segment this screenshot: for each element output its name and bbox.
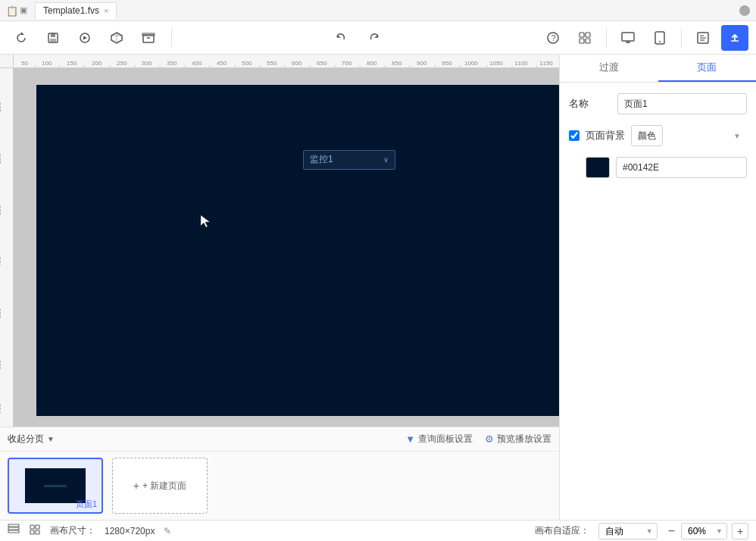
canvas-scroll-area[interactable]: 监控1 ∨ — [14, 68, 559, 427]
page-thumb-1[interactable]: 页面1 — [8, 458, 103, 514]
svg-text:100: 100 — [0, 102, 2, 112]
svg-text:150: 150 — [67, 60, 77, 67]
zoom-level-select[interactable]: 25% 50% 60% 75% 100% 125% 150% 200% — [681, 523, 727, 539]
canvas-size-edit-icon[interactable]: ✎ — [164, 526, 171, 536]
refresh-button[interactable] — [8, 25, 35, 51]
svg-text:800: 800 — [367, 60, 377, 67]
svg-text:?: ? — [551, 33, 556, 42]
canvas-dropdown-arrow: ∨ — [383, 155, 389, 164]
select-arrow-icon: ▼ — [733, 132, 741, 140]
canvas-container: 50 100 150 200 250 300 350 400 450 500 5… — [0, 55, 559, 520]
color-row — [569, 157, 747, 178]
svg-text:400: 400 — [0, 256, 2, 267]
svg-rect-18 — [586, 39, 590, 43]
svg-text:700: 700 — [0, 403, 2, 414]
publish-button[interactable] — [721, 25, 748, 51]
canvas-fit-select-wrapper: 自动 适合宽度 适合高度 100% ▼ — [598, 523, 658, 539]
preview-play-label: 预览播放设置 — [497, 433, 551, 446]
bg-label: 页面背景 — [586, 129, 625, 142]
svg-rect-74 — [0, 68, 14, 427]
canvas-area-wrapper: 100 200 300 400 500 600 700 — [0, 68, 559, 427]
save-button[interactable] — [39, 25, 67, 51]
add-page-label: + 新建页面 — [142, 480, 186, 493]
zoom-in-button[interactable]: + — [732, 523, 748, 539]
svg-rect-83 — [8, 530, 19, 533]
cube-button[interactable] — [103, 25, 130, 51]
main-area: 50 100 150 200 250 300 350 400 450 500 5… — [0, 55, 756, 520]
svg-text:1150: 1150 — [539, 60, 553, 67]
canvas-size-label: 画布尺寸： — [50, 524, 95, 537]
ruler-corner — [0, 55, 14, 67]
page-thumb-bar — [44, 485, 67, 487]
svg-text:450: 450 — [217, 60, 227, 67]
window-restore-button[interactable] — [739, 5, 750, 16]
tab-area: Template1.fvs × — [35, 2, 117, 19]
help-button[interactable]: ? — [539, 25, 567, 51]
svg-text:550: 550 — [267, 60, 277, 67]
preview-play-button[interactable]: ⚙ 预览播放设置 — [485, 433, 551, 446]
svg-text:400: 400 — [192, 60, 202, 67]
bg-checkbox[interactable] — [569, 130, 579, 141]
svg-rect-3 — [50, 39, 56, 42]
svg-text:1000: 1000 — [464, 60, 478, 67]
bg-select-wrapper: 颜色 图片 渐变 ▼ — [631, 125, 747, 146]
svg-text:1050: 1050 — [489, 60, 503, 67]
zoom-out-button[interactable]: − — [667, 524, 676, 538]
status-bar: 画布尺寸： 1280×720px ✎ 画布自适应： 自动 适合宽度 适合高度 1… — [0, 520, 756, 541]
edit-mode-button[interactable] — [689, 25, 717, 51]
zoom-controls: − 25% 50% 60% 75% 100% 125% 150% 200% ▼ … — [667, 523, 748, 539]
query-panel-label: 查询面板设置 — [418, 433, 473, 446]
color-hex-input[interactable] — [616, 157, 747, 178]
query-panel-button[interactable]: ▼ 查询面板设置 — [405, 433, 473, 446]
grid-preview-button[interactable] — [571, 25, 598, 51]
name-row: 名称 — [569, 93, 747, 114]
name-input[interactable] — [617, 93, 747, 114]
svg-text:950: 950 — [442, 60, 452, 67]
svg-text:350: 350 — [167, 60, 177, 67]
bottom-toolbar: 收起分页 ▼ ▼ 查询面板设置 ⚙ 预览播放设置 — [0, 427, 559, 452]
svg-text:300: 300 — [142, 60, 152, 67]
toolbar: ? — [0, 21, 756, 55]
layers-icon[interactable] — [8, 524, 20, 538]
file-tab[interactable]: Template1.fvs × — [35, 2, 117, 19]
title-bar: 📋 ▣ Template1.fvs × — [0, 0, 756, 21]
page-1-label: 页面1 — [76, 499, 97, 510]
svg-text:850: 850 — [392, 60, 402, 67]
undo-button[interactable] — [327, 25, 355, 51]
bg-type-select[interactable]: 颜色 图片 渐变 — [631, 125, 663, 146]
toolbar-divider-2 — [606, 29, 607, 47]
tab-close-button[interactable]: × — [104, 6, 108, 15]
toolbar-center-group — [327, 25, 388, 51]
svg-text:300: 300 — [0, 205, 2, 215]
canvas-fit-select[interactable]: 自动 适合宽度 适合高度 100% — [598, 523, 658, 539]
svg-rect-2 — [51, 33, 55, 37]
tab-transition[interactable]: 过渡 — [560, 55, 658, 82]
zoom-select-wrapper: 25% 50% 60% 75% 100% 125% 150% 200% ▼ — [681, 523, 727, 539]
svg-point-23 — [659, 41, 661, 42]
left-ruler: 100 200 300 400 500 600 700 — [0, 68, 14, 427]
svg-rect-82 — [8, 527, 19, 530]
component-icon[interactable] — [29, 524, 41, 538]
tab-page[interactable]: 页面 — [658, 55, 757, 82]
redo-button[interactable] — [361, 25, 388, 51]
svg-rect-88 — [36, 530, 39, 534]
canvas-inner: 监控1 ∨ — [14, 68, 559, 427]
color-preview-swatch[interactable] — [586, 157, 610, 178]
canvas-size-value: 1280×720px — [105, 526, 155, 536]
tablet-button[interactable] — [646, 25, 673, 51]
bg-row: 页面背景 颜色 图片 渐变 ▼ — [569, 125, 747, 146]
cursor-indicator — [199, 214, 211, 229]
svg-rect-86 — [36, 525, 39, 529]
svg-rect-15 — [579, 33, 584, 37]
section-collapse-button[interactable]: 收起分页 ▼ — [8, 433, 55, 446]
monitor-button[interactable] — [614, 25, 642, 51]
svg-rect-87 — [30, 530, 34, 534]
window-controls — [739, 5, 750, 16]
add-page-button[interactable]: + + 新建页面 — [112, 458, 208, 514]
archive-button[interactable] — [135, 25, 162, 51]
preview-button[interactable] — [71, 25, 98, 51]
canvas-dropdown[interactable]: 监控1 ∨ — [303, 150, 395, 170]
top-ruler: 50 100 150 200 250 300 350 400 450 500 5… — [14, 55, 559, 67]
canvas-widget[interactable]: 监控1 ∨ — [303, 150, 395, 170]
pages-row: 页面1 + + 新建页面 — [0, 452, 559, 520]
